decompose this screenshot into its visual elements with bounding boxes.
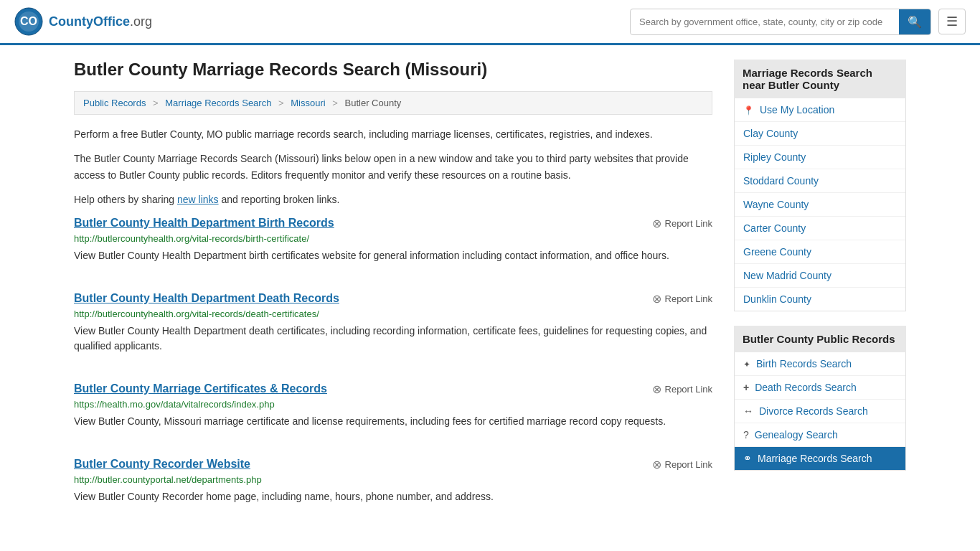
result-header: Butler County Marriage Certificates & Re…: [74, 382, 712, 396]
main-container: Butler County Marriage Records Search (M…: [60, 45, 920, 547]
breadcrumb-public-records[interactable]: Public Records: [83, 98, 146, 108]
result-header: Butler County Health Department Birth Re…: [74, 217, 712, 230]
genealogy-icon: [743, 429, 749, 441]
location-pin-icon: [743, 104, 754, 116]
public-records-birth[interactable]: Birth Records Search: [735, 352, 905, 376]
birth-icon: [743, 358, 750, 369]
sidebar-public-records-list: Birth Records Search Death Records Searc…: [734, 352, 906, 471]
description-2: The Butler County Marriage Records Searc…: [74, 151, 712, 183]
public-records-death[interactable]: Death Records Search: [735, 376, 905, 400]
logo-text: CountyOffice.org: [49, 14, 152, 29]
nearby-county-carter[interactable]: Carter County: [735, 217, 905, 240]
result-description-3: View Butler County Recorder home page, i…: [74, 489, 712, 504]
report-link-button-0[interactable]: ⊗ Report Link: [652, 217, 712, 230]
public-records-marriage-active[interactable]: Marriage Records Search: [735, 447, 905, 470]
header: CO CountyOffice.org 🔍 ☰: [0, 0, 980, 45]
breadcrumb-marriage-records[interactable]: Marriage Records Search: [165, 98, 271, 108]
sidebar: Marriage Records Search near Butler Coun…: [734, 60, 906, 533]
result-header: Butler County Recorder Website ⊗ Report …: [74, 458, 712, 471]
result-item: Butler County Health Department Death Re…: [74, 292, 712, 361]
result-description-0: View Butler County Health Department bir…: [74, 248, 712, 263]
sidebar-public-records-section: Butler County Public Records Birth Recor…: [734, 326, 906, 471]
breadcrumb-missouri[interactable]: Missouri: [291, 98, 325, 108]
nearby-county-greene[interactable]: Greene County: [735, 240, 905, 264]
result-title-3[interactable]: Butler County Recorder Website: [74, 458, 250, 471]
report-icon-3: ⊗: [652, 458, 661, 471]
marriage-icon: [743, 453, 752, 464]
search-input[interactable]: [631, 11, 899, 33]
sidebar-public-records-title: Butler County Public Records: [734, 326, 906, 352]
new-links-link[interactable]: new links: [177, 194, 219, 205]
page-title: Butler County Marriage Records Search (M…: [74, 60, 712, 80]
result-item: Butler County Health Department Birth Re…: [74, 217, 712, 270]
report-icon-2: ⊗: [652, 382, 661, 396]
result-url-0[interactable]: http://butlercountyhealth.org/vital-reco…: [74, 233, 712, 244]
logo-area: CO CountyOffice.org: [14, 7, 152, 36]
nearby-county-ripley[interactable]: Ripley County: [735, 146, 905, 169]
result-item: Butler County Recorder Website ⊗ Report …: [74, 458, 712, 512]
breadcrumb: Public Records > Marriage Records Search…: [74, 91, 712, 115]
report-icon-0: ⊗: [652, 217, 661, 230]
result-item: Butler County Marriage Certificates & Re…: [74, 382, 712, 436]
result-title-1[interactable]: Butler County Health Department Death Re…: [74, 292, 339, 305]
result-url-3[interactable]: http://butler.countyportal.net/departmen…: [74, 474, 712, 485]
nearby-county-clay[interactable]: Clay County: [735, 122, 905, 146]
public-records-genealogy[interactable]: Genealogy Search: [735, 423, 905, 447]
sidebar-nearby-list: Use My Location Clay County Ripley Count…: [734, 98, 906, 311]
result-url-1[interactable]: http://butlercountyhealth.org/vital-reco…: [74, 309, 712, 319]
result-header: Butler County Health Department Death Re…: [74, 292, 712, 306]
nearby-county-stoddard[interactable]: Stoddard County: [735, 169, 905, 193]
description-3: Help others by sharing new links and rep…: [74, 192, 712, 207]
sidebar-nearby-title: Marriage Records Search near Butler Coun…: [734, 60, 906, 98]
nearby-county-new-madrid[interactable]: New Madrid County: [735, 264, 905, 288]
header-right: 🔍 ☰: [630, 9, 966, 35]
use-location-link[interactable]: Use My Location: [760, 104, 834, 116]
nearby-county-wayne[interactable]: Wayne County: [735, 193, 905, 217]
nearby-county-dunklin[interactable]: Dunklin County: [735, 288, 905, 311]
logo-icon: CO: [14, 7, 43, 36]
result-title-0[interactable]: Butler County Health Department Birth Re…: [74, 217, 334, 230]
public-records-divorce[interactable]: Divorce Records Search: [735, 400, 905, 423]
report-link-button-3[interactable]: ⊗ Report Link: [652, 458, 712, 471]
result-url-2[interactable]: https://health.mo.gov/data/vitalrecords/…: [74, 399, 712, 410]
result-description-2: View Butler County, Missouri marriage ce…: [74, 414, 712, 429]
search-button[interactable]: 🔍: [899, 9, 930, 34]
result-description-1: View Butler County Health Department dea…: [74, 324, 712, 354]
result-title-2[interactable]: Butler County Marriage Certificates & Re…: [74, 382, 327, 395]
report-icon-1: ⊗: [652, 292, 661, 306]
breadcrumb-current: Butler County: [345, 98, 402, 108]
description-1: Perform a free Butler County, MO public …: [74, 126, 712, 142]
content-area: Butler County Marriage Records Search (M…: [74, 60, 712, 533]
results-container: Butler County Health Department Birth Re…: [74, 217, 712, 512]
search-bar: 🔍: [630, 9, 931, 35]
death-icon: [743, 382, 749, 393]
svg-text:CO: CO: [20, 15, 37, 27]
divorce-icon: [743, 405, 753, 417]
sidebar-nearby-section: Marriage Records Search near Butler Coun…: [734, 60, 906, 311]
use-location-item[interactable]: Use My Location: [735, 98, 905, 122]
menu-button[interactable]: ☰: [938, 9, 966, 34]
report-link-button-2[interactable]: ⊗ Report Link: [652, 382, 712, 396]
report-link-button-1[interactable]: ⊗ Report Link: [652, 292, 712, 306]
